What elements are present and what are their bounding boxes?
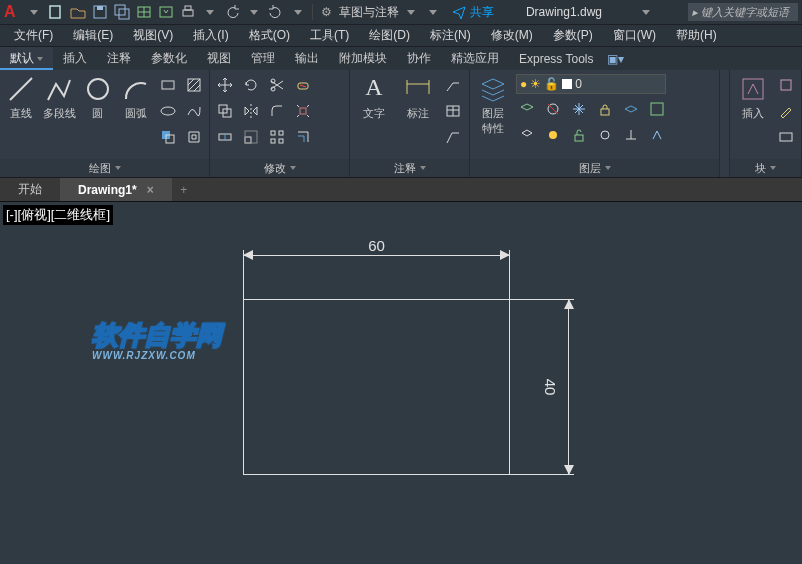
layer-walk-icon[interactable]: [646, 124, 668, 146]
array-icon[interactable]: [266, 126, 288, 148]
scale-icon[interactable]: [240, 126, 262, 148]
layer-properties-button[interactable]: 图层 特性: [474, 74, 512, 136]
redo-icon[interactable]: [266, 2, 286, 22]
app-logo[interactable]: A: [4, 3, 16, 21]
attr-block-icon[interactable]: [775, 126, 797, 148]
new-icon[interactable]: [46, 2, 66, 22]
offset-icon[interactable]: [292, 126, 314, 148]
layer-unlock-icon[interactable]: [568, 124, 590, 146]
undo-dropdown-icon[interactable]: [244, 2, 264, 22]
title-dropdown-icon[interactable]: [636, 2, 656, 22]
arc-button[interactable]: 圆弧: [119, 74, 153, 121]
line-button[interactable]: 直线: [4, 74, 38, 121]
menu-modify[interactable]: 修改(M): [481, 25, 543, 46]
web-open-icon[interactable]: [134, 2, 154, 22]
panel-annot-expand-icon[interactable]: [420, 166, 426, 170]
tab-view[interactable]: 视图: [197, 47, 241, 70]
panel-modify-expand-icon[interactable]: [290, 166, 296, 170]
print-dropdown-icon[interactable]: [200, 2, 220, 22]
region-icon[interactable]: [157, 126, 179, 148]
menu-draw[interactable]: 绘图(D): [359, 25, 420, 46]
viewport-label[interactable]: [-][俯视][二维线框]: [3, 205, 113, 225]
spline-icon[interactable]: [183, 100, 205, 122]
mirror-icon[interactable]: [240, 100, 262, 122]
doc-tab-start[interactable]: 开始: [0, 178, 60, 201]
qat-customize-icon[interactable]: [423, 2, 443, 22]
search-input[interactable]: ▸键入关键字或短语: [688, 3, 798, 21]
panel-block-expand-icon[interactable]: [770, 166, 776, 170]
workspace-name[interactable]: 草图与注释: [339, 4, 399, 21]
web-save-icon[interactable]: [156, 2, 176, 22]
menu-window[interactable]: 窗口(W): [603, 25, 666, 46]
doc-tab-drawing1[interactable]: Drawing1*×: [60, 178, 172, 201]
tab-annotate[interactable]: 注释: [97, 47, 141, 70]
layer-off-icon[interactable]: [542, 98, 564, 120]
tab-overflow-icon[interactable]: ▣▾: [603, 52, 627, 66]
layer-iso-icon[interactable]: [516, 124, 538, 146]
mleader-icon[interactable]: [442, 126, 464, 148]
boundary-icon[interactable]: [183, 126, 205, 148]
menu-tools[interactable]: 工具(T): [300, 25, 359, 46]
tab-parametric[interactable]: 参数化: [141, 47, 197, 70]
menu-edit[interactable]: 编辑(E): [63, 25, 123, 46]
save-icon[interactable]: [90, 2, 110, 22]
tab-insert[interactable]: 插入: [53, 47, 97, 70]
leader-icon[interactable]: [442, 74, 464, 96]
insert-block-button[interactable]: 插入: [734, 74, 771, 121]
share-button[interactable]: 共享: [452, 4, 494, 21]
layer-change-icon[interactable]: [620, 124, 642, 146]
copy-icon[interactable]: [214, 100, 236, 122]
menu-view[interactable]: 视图(V): [123, 25, 183, 46]
drawing-canvas[interactable]: [-][俯视][二维线框] 60 40 软件自学网 WWW.RJZXW.COM: [0, 202, 802, 564]
rectangle-icon[interactable]: [157, 74, 179, 96]
menu-dimension[interactable]: 标注(N): [420, 25, 481, 46]
tab-default[interactable]: 默认: [0, 47, 53, 70]
dimension-button[interactable]: 标注: [398, 74, 438, 121]
tab-manage[interactable]: 管理: [241, 47, 285, 70]
workspace-dropdown-icon[interactable]: [401, 2, 421, 22]
fillet-icon[interactable]: [266, 100, 288, 122]
table-icon[interactable]: [442, 100, 464, 122]
menu-file[interactable]: 文件(F): [4, 25, 63, 46]
layer-make-icon[interactable]: [516, 98, 538, 120]
create-block-icon[interactable]: [775, 74, 797, 96]
stretch-icon[interactable]: [214, 126, 236, 148]
trim-icon[interactable]: [266, 74, 288, 96]
circle-button[interactable]: 圆: [81, 74, 115, 121]
tab-featured[interactable]: 精选应用: [441, 47, 509, 70]
new-tab-icon[interactable]: +: [172, 183, 196, 197]
undo-icon[interactable]: [222, 2, 242, 22]
menu-parametric[interactable]: 参数(P): [543, 25, 603, 46]
tab-collab[interactable]: 协作: [397, 47, 441, 70]
close-tab-icon[interactable]: ×: [147, 183, 154, 197]
explode-icon[interactable]: [292, 100, 314, 122]
hatch-icon[interactable]: [183, 74, 205, 96]
layer-match-icon[interactable]: [646, 98, 668, 120]
menu-insert[interactable]: 插入(I): [183, 25, 238, 46]
erase-icon[interactable]: [292, 74, 314, 96]
move-icon[interactable]: [214, 74, 236, 96]
layer-on-icon[interactable]: [594, 124, 616, 146]
layer-lock-icon[interactable]: [594, 98, 616, 120]
layer-freeze-icon[interactable]: [568, 98, 590, 120]
panel-draw-expand-icon[interactable]: [115, 166, 121, 170]
print-icon[interactable]: [178, 2, 198, 22]
panel-layers-expand-icon[interactable]: [605, 166, 611, 170]
layer-combo[interactable]: ● ☀ 🔓 0: [516, 74, 666, 94]
recent-dropdown-icon[interactable]: [24, 2, 44, 22]
layer-prev-icon[interactable]: [620, 98, 642, 120]
open-icon[interactable]: [68, 2, 88, 22]
workspace-gear-icon[interactable]: ⚙: [317, 2, 337, 22]
edit-block-icon[interactable]: [775, 100, 797, 122]
text-button[interactable]: A 文字: [354, 74, 394, 121]
menu-help[interactable]: 帮助(H): [666, 25, 727, 46]
rotate-icon[interactable]: [240, 74, 262, 96]
ellipse-icon[interactable]: [157, 100, 179, 122]
tab-express[interactable]: Express Tools: [509, 47, 603, 70]
redo-dropdown-icon[interactable]: [288, 2, 308, 22]
tab-output[interactable]: 输出: [285, 47, 329, 70]
menu-format[interactable]: 格式(O): [239, 25, 300, 46]
layer-thaw-icon[interactable]: [542, 124, 564, 146]
tab-addins[interactable]: 附加模块: [329, 47, 397, 70]
saveas-icon[interactable]: [112, 2, 132, 22]
